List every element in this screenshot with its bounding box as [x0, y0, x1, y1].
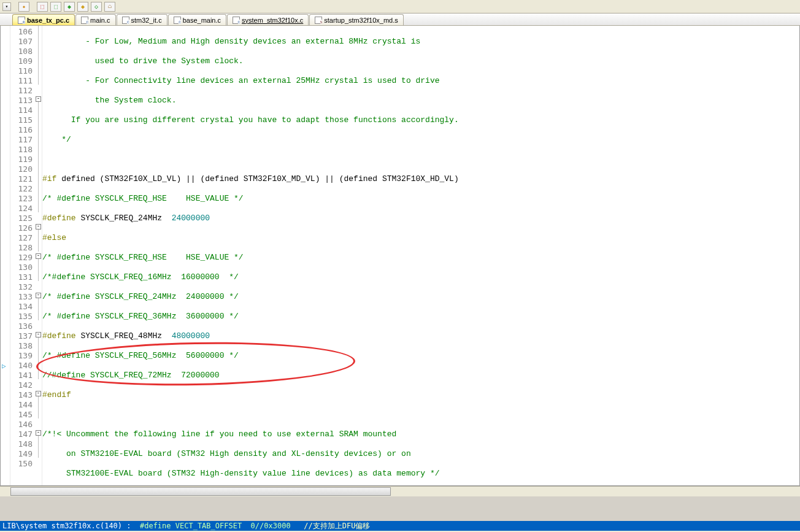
c-file-icon [122, 17, 129, 24]
code-text: the System clock. [42, 96, 176, 105]
prev-diff-icon[interactable]: ◆ [64, 2, 75, 12]
tab-label: main.c [90, 17, 110, 24]
code-text [42, 155, 799, 164]
code-text: */ [42, 135, 71, 144]
horizontal-scrollbar[interactable] [0, 486, 800, 496]
code-text: #if [42, 174, 56, 183]
tab-system-stm32f10x[interactable]: system_stm32f10x.c [227, 14, 309, 25]
fold-toggle[interactable]: - [36, 293, 41, 298]
fold-gutter: - - - - - - - [35, 26, 42, 485]
tree-red-icon[interactable]: ⬚ [37, 2, 48, 12]
code-text: #endif [42, 390, 71, 399]
code-text: /* #define SYSCLK_FREQ_36MHz 36000000 */ [42, 312, 239, 321]
code-text: //#define SYSCLK_FREQ_72MHz 72000000 [42, 371, 220, 380]
next-diff-icon[interactable]: ◆ [77, 2, 88, 12]
tab-label: system_stm32f10x.c [242, 17, 303, 24]
code-text: /* #define SYSCLK_FREQ_HSE HSE_VALUE */ [42, 194, 244, 203]
fold-toggle[interactable]: - [36, 430, 41, 436]
code-text: 24000000 [172, 214, 210, 223]
fold-toggle[interactable]: - [36, 224, 41, 229]
code-text: defined (STM32F10X_LD_VL) || (defined ST… [56, 174, 458, 183]
line-number-gutter: 106 107 108 109 110 111 112 113 114 115 … [10, 26, 35, 485]
file-tabs-bar: base_tx_pc.c main.c stm32_it.c base_main… [0, 13, 800, 26]
c-file-icon [174, 17, 181, 24]
diff-icon[interactable]: ◇ [91, 2, 102, 12]
code-text: If you are using different crystal you h… [42, 115, 459, 125]
tab-label: base_tx_pc.c [27, 17, 69, 24]
home-icon[interactable]: ⌂ [104, 2, 115, 12]
code-text: /* #define SYSCLK_FREQ_HSE HSE_VALUE */ [42, 253, 244, 262]
tree-green-icon[interactable]: ⬚ [50, 2, 61, 12]
code-text: 48000000 [172, 331, 210, 341]
fold-toggle[interactable]: - [36, 96, 41, 102]
status-comment: //支持加上DFU偏移 [304, 522, 370, 530]
tab-label: base_main.c [183, 17, 221, 24]
dropdown-arrow[interactable]: ▾ [2, 2, 11, 11]
top-toolbar: ▾ ✦ ⬚ ⬚ ◆ ◆ ◇ ⌂ [0, 0, 800, 13]
status-bar-1: LIB\system stm32f10x.c(140) : #define VE… [0, 521, 800, 531]
tab-label: stm32_it.c [131, 17, 162, 24]
s-file-icon [315, 17, 322, 24]
wand-icon[interactable]: ✦ [18, 2, 29, 12]
status-code: #define VECT_TAB_OFFSET 0//0x3000 [140, 522, 304, 530]
tab-base-tx-pc[interactable]: base_tx_pc.c [12, 14, 75, 25]
code-text: #else [42, 233, 66, 242]
code-text: SYSCLK_FREQ_24MHz [76, 214, 172, 223]
c-file-icon [81, 17, 88, 24]
scrollbar-thumb[interactable] [10, 487, 391, 496]
code-editor[interactable]: ▷ 106 107 108 109 110 111 112 113 114 11… [0, 26, 800, 486]
c-file-icon [18, 17, 25, 24]
code-text: #define [42, 331, 76, 341]
code-text: /*#define SYSCLK_FREQ_16MHz 16000000 */ [42, 272, 239, 282]
tab-main[interactable]: main.c [75, 14, 115, 25]
fold-toggle[interactable]: - [36, 253, 41, 259]
panel-gap [0, 496, 800, 521]
code-text: on STM3210E-EVAL board (STM32 High densi… [42, 449, 411, 458]
tab-startup-md[interactable]: startup_stm32f10x_md.s [309, 14, 403, 25]
code-text: SYSCLK_FREQ_48MHz [76, 331, 172, 341]
red-oval-annotation [36, 339, 355, 388]
fold-toggle[interactable]: - [36, 332, 41, 337]
bookmark-marker[interactable]: ▷ [2, 362, 8, 368]
tab-stm32-it[interactable]: stm32_it.c [117, 14, 167, 25]
code-text: /*!< Uncomment the following line if you… [42, 430, 396, 439]
code-text: /* #define SYSCLK_FREQ_56MHz 56000000 */ [42, 351, 239, 360]
code-text [42, 410, 799, 420]
code-content[interactable]: - For Low, Medium and High density devic… [42, 26, 799, 485]
fold-toggle[interactable]: - [36, 391, 41, 396]
tab-base-main[interactable]: base_main.c [168, 14, 226, 25]
status-path: LIB\system stm32f10x.c(140) : [2, 522, 140, 530]
code-text: /* #define SYSCLK_FREQ_24MHz 24000000 */ [42, 292, 239, 301]
tab-label: startup_stm32f10x_md.s [324, 17, 398, 24]
code-text: used to drive the System clock. [42, 56, 244, 66]
code-text: #define [42, 214, 76, 223]
code-text: - For Low, Medium and High density devic… [42, 37, 420, 46]
code-text: - For Connectivity line devices an exter… [42, 76, 440, 85]
c-file-icon [233, 17, 240, 24]
code-text: STM32100E-EVAL board (STM32 High-density… [42, 469, 440, 478]
marker-gutter: ▷ [1, 26, 10, 485]
